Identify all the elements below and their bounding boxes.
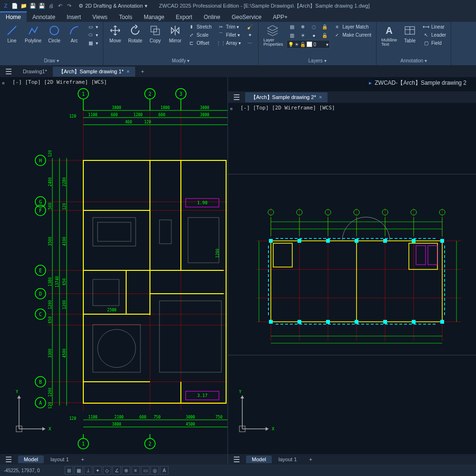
svg-text:1200: 1200 bbox=[62, 300, 67, 309]
move-icon bbox=[109, 24, 122, 37]
ribbon-tab-insert[interactable]: Insert bbox=[61, 12, 87, 22]
layers-icon bbox=[267, 24, 280, 37]
svg-text:3500: 3500 bbox=[48, 237, 52, 246]
offset-button[interactable]: ⊏Offset bbox=[186, 39, 214, 47]
save-icon[interactable]: 💾 bbox=[29, 2, 37, 10]
dyn-button[interactable]: ⊕ bbox=[122, 466, 130, 475]
saveas-icon[interactable]: 💾 bbox=[38, 2, 46, 10]
ribbon-tab-views[interactable]: Views bbox=[87, 12, 113, 22]
circle-button[interactable]: Circle bbox=[45, 23, 63, 44]
cycle-button[interactable]: ◎ bbox=[150, 466, 159, 475]
svg-text:120: 120 bbox=[69, 114, 77, 119]
erase-button[interactable]: 🧹 bbox=[245, 23, 255, 30]
layer-off-button[interactable]: ◌ bbox=[308, 23, 319, 30]
rect-button[interactable]: ▭▾ bbox=[85, 23, 100, 30]
viewport-main[interactable]: ▫ [-] [Top] [2D Wireframe] [WCS] 1 2 3 bbox=[0, 77, 228, 465]
plot-icon[interactable]: 🖨 bbox=[47, 2, 55, 10]
more-button[interactable]: ⋯ bbox=[245, 39, 255, 47]
menu-icon[interactable]: ☰ bbox=[4, 455, 13, 464]
polar-button[interactable]: ✦ bbox=[93, 466, 102, 475]
layer-lock-button[interactable]: 🔒 bbox=[319, 23, 330, 30]
undo-icon[interactable]: ↶ bbox=[56, 2, 64, 10]
polyline-button[interactable]: Polyline bbox=[23, 23, 43, 44]
leader-button[interactable]: ↖Leader bbox=[421, 31, 448, 39]
copy-button[interactable]: Copy bbox=[146, 23, 164, 44]
fillet-button[interactable]: ⌒Fillet ▾ bbox=[216, 31, 243, 39]
line-button[interactable]: Line bbox=[3, 23, 21, 44]
layer-unlock-button[interactable]: 🔓 bbox=[319, 31, 330, 39]
hatch-button[interactable]: ▦▾ bbox=[85, 39, 100, 47]
model-tab[interactable]: Model bbox=[18, 456, 44, 463]
ribbon-tab-annotate[interactable]: Annotate bbox=[27, 12, 61, 22]
menu-icon[interactable]: ☰ bbox=[232, 92, 241, 102]
layer-freeze-button[interactable]: ❄ bbox=[298, 23, 308, 30]
file-tab-sample1[interactable]: 【Arch】Sample drawing 1*× bbox=[53, 67, 135, 77]
anno-button[interactable]: A bbox=[160, 466, 169, 475]
svg-rect-95 bbox=[83, 160, 226, 403]
ribbon-tab-tools[interactable]: Tools bbox=[113, 12, 138, 22]
ribbon-tab-export[interactable]: Export bbox=[170, 12, 198, 22]
ucs-icon: X Y bbox=[10, 388, 52, 436]
svg-point-110 bbox=[98, 329, 136, 367]
add-layout-button[interactable]: + bbox=[304, 456, 318, 463]
text-icon: A bbox=[383, 24, 396, 37]
move-button[interactable]: Move bbox=[106, 23, 124, 44]
model-tab[interactable]: Model bbox=[246, 456, 272, 463]
svg-rect-146 bbox=[412, 239, 416, 243]
array-button[interactable]: ⋮⋮Array ▾ bbox=[216, 39, 243, 47]
svg-rect-152 bbox=[383, 320, 387, 324]
svg-text:120: 120 bbox=[69, 416, 77, 421]
ortho-button[interactable]: ⊥ bbox=[84, 466, 92, 475]
model-tabs-right: ☰ Model layout 1 + bbox=[228, 454, 476, 465]
new-tab-button[interactable]: + bbox=[135, 67, 149, 76]
add-layout-button[interactable]: + bbox=[76, 456, 90, 463]
osnap-button[interactable]: ◇ bbox=[103, 466, 111, 475]
scale-button[interactable]: ⤢Scale bbox=[186, 31, 214, 39]
lwt-button[interactable]: ≡ bbox=[131, 466, 140, 475]
menu-icon[interactable]: ☰ bbox=[4, 67, 13, 76]
ellipse-button[interactable]: ⬭▾ bbox=[85, 31, 100, 39]
mirror-button[interactable]: Mirror bbox=[166, 23, 184, 44]
grid-button[interactable]: ▦ bbox=[74, 466, 83, 475]
arc-button[interactable]: Arc bbox=[65, 23, 83, 44]
svg-point-1 bbox=[50, 26, 59, 35]
file-tab-drawing1[interactable]: Drawing1* bbox=[17, 67, 53, 76]
layer-match-button[interactable]: ≡Layer Match bbox=[332, 23, 373, 30]
snap-button[interactable]: ⊞ bbox=[65, 466, 73, 475]
trim-button[interactable]: ✂Trim ▾ bbox=[216, 23, 243, 30]
layout-tab[interactable]: layout 1 bbox=[45, 456, 75, 463]
model-button[interactable]: ▭ bbox=[141, 466, 149, 475]
table-button[interactable]: Table bbox=[401, 23, 419, 44]
layer-iso-button[interactable]: ▤ bbox=[287, 23, 297, 30]
field-button[interactable]: ▢Field bbox=[421, 39, 448, 47]
layer-thaw-button[interactable]: ☀ bbox=[298, 31, 308, 39]
svg-text:1.90: 1.90 bbox=[197, 200, 208, 205]
layer-properties-button[interactable]: Layer Properties bbox=[261, 23, 285, 48]
ribbon-tab-geoservice[interactable]: GeoService bbox=[226, 12, 268, 22]
open-icon[interactable]: 📁 bbox=[20, 2, 28, 10]
new-icon[interactable]: 📄 bbox=[11, 2, 19, 10]
mtext-button[interactable]: AMultiline Text bbox=[379, 23, 399, 48]
ribbon-tab-manage[interactable]: Manage bbox=[138, 12, 170, 22]
ribbon-tab-home[interactable]: Home bbox=[0, 11, 27, 22]
rotate-button[interactable]: Rotate bbox=[126, 23, 144, 44]
close-icon[interactable]: × bbox=[319, 94, 322, 100]
explode-button[interactable]: ✦ bbox=[245, 31, 255, 39]
redo-icon[interactable]: ↷ bbox=[65, 2, 73, 10]
logo-icon[interactable]: Z bbox=[2, 2, 10, 10]
otrack-button[interactable]: ∠ bbox=[112, 466, 121, 475]
menu-icon[interactable]: ☰ bbox=[232, 455, 241, 464]
layer-uniso-button[interactable]: ▥ bbox=[287, 31, 297, 39]
viewport-secondary[interactable]: ▸ ZWCAD-【Arch】Sample drawing 2 ☰ 【Arch】S… bbox=[228, 77, 476, 465]
linear-button[interactable]: ⟷Linear bbox=[421, 23, 448, 30]
workspace-selector[interactable]: ⚙ 2D Drafting & Annotation ▾ bbox=[79, 3, 148, 9]
ribbon-tab-online[interactable]: Online bbox=[198, 12, 226, 22]
close-icon[interactable]: × bbox=[127, 69, 129, 74]
layer-on-button[interactable]: ● bbox=[308, 31, 319, 39]
layout-tab[interactable]: layout 1 bbox=[273, 456, 303, 463]
stretch-button[interactable]: ⬍Stretch bbox=[186, 23, 214, 30]
file-tab-sample2[interactable]: 【Arch】Sample drawing 2*× bbox=[245, 92, 327, 102]
ribbon-tab-app[interactable]: APP+ bbox=[267, 12, 293, 22]
layer-dropdown[interactable]: 💡☀🔓0▾ bbox=[287, 40, 330, 49]
make-current-button[interactable]: ✓Make Current bbox=[332, 31, 373, 39]
